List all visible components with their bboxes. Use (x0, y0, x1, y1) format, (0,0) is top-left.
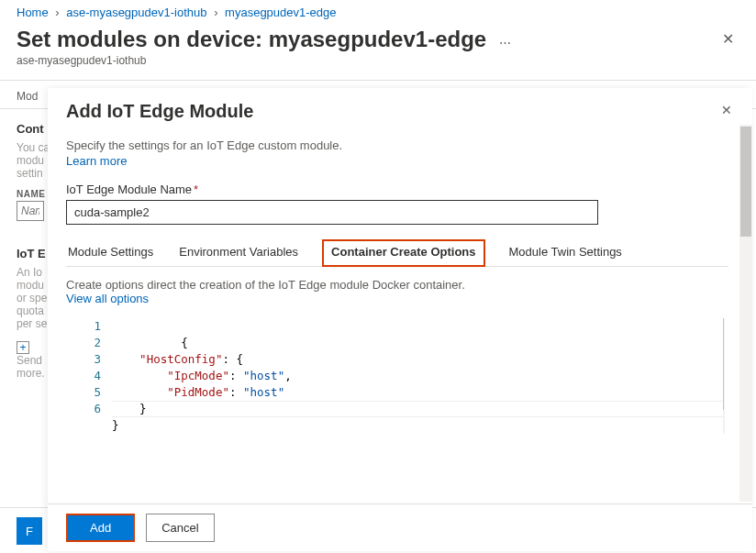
learn-more-link[interactable]: Learn more (66, 154, 127, 168)
panel-header: Add IoT Edge Module ✕ (48, 88, 752, 133)
panel-tabs: Module Settings Environment Variables Co… (66, 239, 728, 267)
panel-scrollbar-thumb[interactable] (740, 127, 751, 237)
chevron-right-icon: › (214, 6, 217, 19)
more-icon[interactable]: ⋯ (499, 36, 511, 50)
bg-review-button[interactable]: F (17, 517, 42, 545)
page-subtitle: ase-myasegpudev1-iothub (0, 54, 756, 80)
panel-body: Specify the settings for an IoT Edge cus… (48, 133, 752, 503)
panel-description: Specify the settings for an IoT Edge cus… (66, 138, 728, 152)
breadcrumb-iothub[interactable]: ase-myasegpudev1-iothub (66, 6, 206, 19)
module-name-input[interactable] (66, 200, 598, 225)
breadcrumb-home[interactable]: Home (17, 6, 49, 19)
chevron-right-icon: › (55, 6, 59, 19)
add-button[interactable]: Add (66, 514, 135, 542)
breadcrumb-edge[interactable]: myasegpudev1-edge (225, 6, 336, 19)
view-all-options-link[interactable]: View all options (66, 292, 149, 305)
add-module-panel: Add IoT Edge Module ✕ Specify the settin… (48, 88, 752, 551)
tab-env-vars[interactable]: Environment Variables (177, 239, 300, 266)
page-header: Set modules on device: myasegpudev1-edge… (0, 23, 756, 54)
code-editor[interactable]: ""as" 123456 { "HostConfig": { "IpcMode"… (66, 318, 723, 434)
panel-footer: Add Cancel (48, 503, 752, 551)
editor-current-line (112, 401, 723, 417)
required-asterisk: * (194, 182, 198, 196)
editor-gutter: 123456 (66, 318, 112, 434)
bg-name-input[interactable] (17, 201, 44, 221)
tab-module-settings[interactable]: Module Settings (66, 239, 155, 266)
panel-close-icon[interactable]: ✕ (721, 103, 732, 117)
breadcrumb: Home › ase-myasegpudev1-iothub › myasegp… (0, 0, 756, 23)
module-name-label: IoT Edge Module Name* (66, 182, 728, 196)
tab-description: Create options direct the creation of th… (66, 278, 728, 292)
cancel-button[interactable]: Cancel (146, 514, 214, 542)
page-title: Set modules on device: myasegpudev1-edge (17, 27, 486, 52)
editor-code[interactable]: { "HostConfig": { "IpcMode": "host", "Pi… (112, 318, 723, 434)
tab-container-create[interactable]: Container Create Options (322, 239, 484, 267)
tab-module-twin[interactable]: Module Twin Settings (507, 239, 624, 266)
plus-icon: + (17, 341, 29, 354)
panel-title: Add IoT Edge Module (66, 101, 734, 122)
close-icon[interactable]: ✕ (722, 30, 734, 48)
